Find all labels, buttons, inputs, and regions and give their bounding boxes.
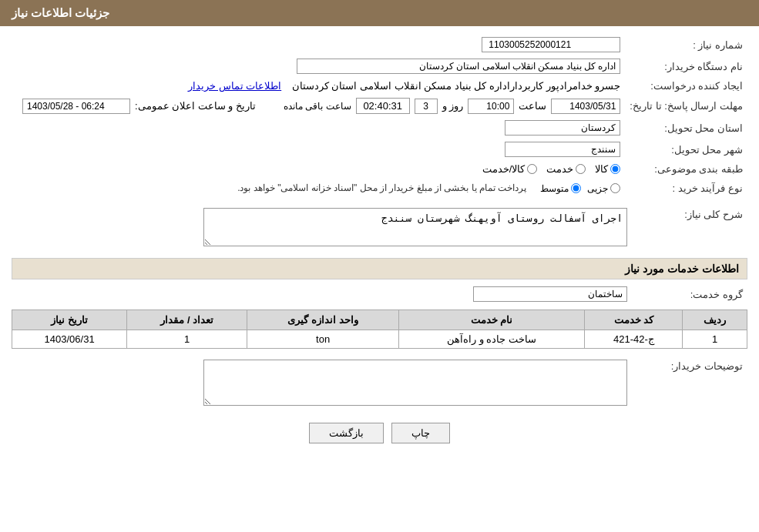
col-name: نام خدمت xyxy=(398,310,584,330)
category-both-radio[interactable] xyxy=(527,164,537,174)
creator-text: جسرو خدامرادپور کاربرداراداره کل بنیاد م… xyxy=(292,80,621,92)
buyer-org-value xyxy=(12,55,625,77)
contact-link[interactable]: اطلاعات تماس خریدار xyxy=(188,80,281,92)
purchase-type-note: پرداخت تمام یا بخشی از مبلغ خریدار از مح… xyxy=(237,181,526,196)
buyer-org-label: نام دستگاه خریدار: xyxy=(625,55,747,77)
table-cell: 1 xyxy=(683,330,747,349)
city-label: شهر محل تحویل: xyxy=(625,139,747,160)
deadline-date-input xyxy=(551,99,620,114)
service-group-label: گروه خدمت: xyxy=(632,283,747,305)
category-both-label: کالا/خدمت xyxy=(482,163,526,175)
deadline-time-input xyxy=(468,99,514,114)
col-unit: واحد اندازه گیری xyxy=(247,310,399,330)
table-cell: ساخت جاده و راه‌آهن xyxy=(398,330,584,349)
category-row: کالا خدمت کالا/خدمت xyxy=(12,160,625,178)
time-label-static: ساعت xyxy=(519,100,546,112)
need-number-value: 1103005252000121 xyxy=(84,34,625,55)
page-title: جزئیات اطلاعات نیاز xyxy=(12,6,109,19)
province-label: استان محل تحویل: xyxy=(625,117,747,139)
purchase-type-motavasset-label: متوسط xyxy=(540,183,569,194)
purchase-type-jozii-radio[interactable] xyxy=(610,183,620,193)
col-qty: تعداد / مقدار xyxy=(127,310,247,330)
description-label: شرح کلی نیاز: xyxy=(632,205,747,252)
purchase-type-motavasset: متوسط xyxy=(540,183,581,194)
city-value xyxy=(12,139,625,160)
service-group-cell xyxy=(12,283,632,305)
table-cell: 1 xyxy=(127,330,247,349)
category-label: طبقه بندی موضوعی: xyxy=(625,160,747,178)
buyer-notes-label: توضیحات خریدار: xyxy=(632,356,747,411)
description-container xyxy=(16,208,627,249)
creator-value: جسرو خدامرادپور کاربرداراداره کل بنیاد م… xyxy=(12,77,625,95)
buyer-notes-cell xyxy=(12,356,632,411)
description-table: شرح کلی نیاز: xyxy=(12,205,747,252)
category-khedmat-radio[interactable] xyxy=(576,164,586,174)
category-khedmat-label: خدمت xyxy=(546,163,573,175)
purchase-type-jozii-label: جزیی xyxy=(587,183,608,194)
deadline-days-input xyxy=(415,99,438,114)
purchase-type-row: جزیی متوسط پرداخت تمام یا بخشی از مبلغ خ… xyxy=(12,178,625,199)
province-input xyxy=(505,120,620,136)
purchase-type-motavasset-radio[interactable] xyxy=(571,183,581,193)
service-group-input xyxy=(473,286,627,302)
purchase-type-jozii: جزیی xyxy=(587,183,620,194)
button-bar: چاپ بازگشت xyxy=(12,423,747,443)
remaining-label: ساعت باقی مانده xyxy=(284,101,351,112)
purchase-type-label: نوع فرآیند خرید : xyxy=(625,178,747,199)
need-number-display: 1103005252000121 xyxy=(482,37,620,52)
table-cell: ton xyxy=(247,330,399,349)
creator-label: ایجاد کننده درخواست: xyxy=(625,77,747,95)
services-header-text: اطلاعات خدمات مورد نیاز xyxy=(625,263,739,275)
buyer-org-input xyxy=(297,59,620,74)
announce-date-input xyxy=(22,99,130,114)
category-kala-label: کالا xyxy=(595,163,608,175)
city-input xyxy=(505,142,620,157)
services-section-header: اطلاعات خدمات مورد نیاز xyxy=(12,258,747,279)
deadline-row: ساعت روز و 02:40:31 ساعت باقی مانده تاری… xyxy=(12,95,625,117)
col-code: کد خدمت xyxy=(585,310,683,330)
service-group-table: گروه خدمت: xyxy=(12,283,747,305)
category-kala-radio[interactable] xyxy=(610,164,620,174)
page-header: جزئیات اطلاعات نیاز xyxy=(0,0,759,26)
col-row: ردیف xyxy=(683,310,747,330)
table-row: 1ج-42-421ساخت جاده و راه‌آهنton11403/06/… xyxy=(12,330,747,349)
page-wrapper: جزئیات اطلاعات نیاز شماره نیاز : 1103005… xyxy=(0,0,759,532)
announce-date-label: تاریخ و ساعت اعلان عمومی: xyxy=(135,100,256,112)
description-cell xyxy=(12,205,632,252)
category-kala-item: کالا xyxy=(595,163,620,175)
province-value xyxy=(12,117,625,139)
col-date: تاریخ نیاز xyxy=(12,310,127,330)
need-number-label: شماره نیاز : xyxy=(625,34,747,55)
services-table: ردیف کد خدمت نام خدمت واحد اندازه گیری ت… xyxy=(12,309,747,349)
response-deadline-label: مهلت ارسال پاسخ: تا تاریخ: xyxy=(625,95,747,117)
main-content: شماره نیاز : 1103005252000121 نام دستگاه… xyxy=(0,26,759,463)
info-table: شماره نیاز : 1103005252000121 نام دستگاه… xyxy=(12,34,747,199)
buyer-notes-textarea[interactable] xyxy=(203,360,627,406)
remaining-timer: 02:40:31 xyxy=(356,98,410,114)
buyer-notes-table: توضیحات خریدار: xyxy=(12,356,747,411)
table-cell: 1403/06/31 xyxy=(12,330,127,349)
table-cell: ج-42-421 xyxy=(585,330,683,349)
print-button[interactable]: چاپ xyxy=(391,423,450,443)
category-khedmat-item: خدمت xyxy=(546,163,586,175)
category-both-item: کالا/خدمت xyxy=(482,163,538,175)
description-textarea[interactable] xyxy=(203,208,627,246)
days-label-static: روز و xyxy=(442,100,464,112)
back-button[interactable]: بازگشت xyxy=(309,423,384,443)
